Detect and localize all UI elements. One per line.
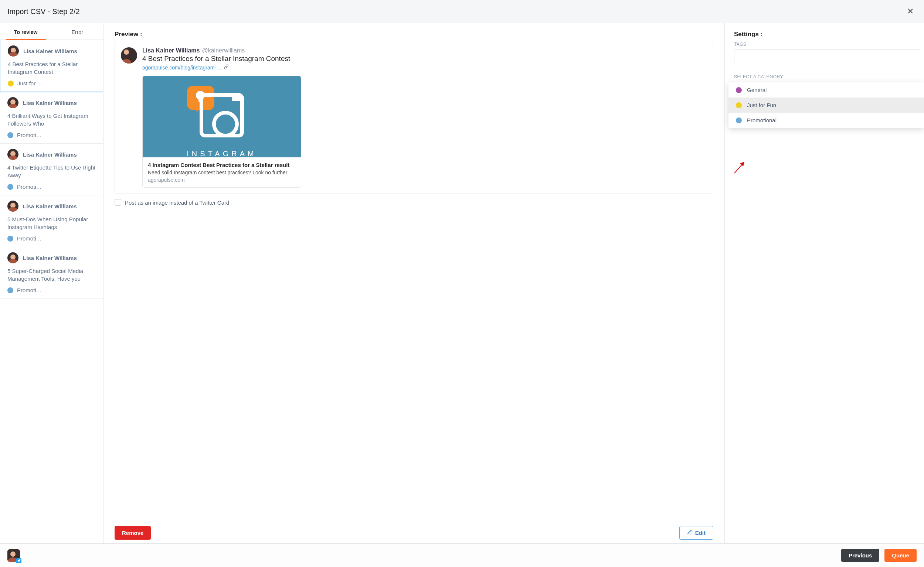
preview-heading: Preview :	[114, 31, 713, 38]
post-category: Promoti…	[17, 132, 42, 138]
tab-to-review[interactable]: To review	[0, 23, 52, 39]
tags-label: TAGS	[734, 42, 924, 47]
modal-title: Import CSV - Step 2/2	[8, 8, 80, 16]
previous-button[interactable]: Previous	[841, 549, 879, 562]
preview-card: Lisa Kalner Williams @kalnerwilliams 4 B…	[114, 42, 713, 194]
preview-actions: Remove Edit	[114, 521, 713, 540]
card-domain: agorapulse.com	[148, 177, 296, 183]
category-dot-icon	[8, 184, 13, 190]
category-dot-icon	[736, 87, 742, 93]
camera-icon	[200, 93, 244, 137]
category-dot-icon	[8, 132, 13, 138]
post-as-image-row[interactable]: Post as an image instead of a Twitter Ca…	[114, 199, 713, 206]
post-item[interactable]: Lisa Kalner Williams5 Super-Charged Soci…	[0, 247, 103, 299]
close-button[interactable]: ✕	[904, 5, 916, 18]
card-description: Need solid Instagram contest best practi…	[148, 170, 296, 176]
post-title: 4 Twitter Etiquette Tips to Use Right Aw…	[8, 164, 96, 179]
post-as-image-label: Post as an image instead of a Twitter Ca…	[125, 200, 229, 206]
category-dot-icon	[8, 287, 13, 293]
left-pane: To review Error Lisa Kalner Williams4 Be…	[0, 23, 104, 543]
twitter-card: INSTAGRAM 4 Instagram Contest Best Pract…	[142, 76, 301, 188]
post-author-name: Lisa Kalner Williams	[23, 255, 77, 261]
post-item[interactable]: Lisa Kalner Williams4 Brilliant Ways to …	[0, 92, 103, 144]
category-dot-icon	[8, 236, 13, 242]
post-category: Promoti…	[17, 287, 42, 293]
avatar	[8, 97, 18, 108]
avatar	[8, 45, 19, 57]
modal-footer: Previous Queue	[0, 543, 924, 567]
category-dot-icon	[8, 81, 14, 86]
category-option-label: Promotional	[747, 117, 777, 123]
select-category-label: SELECT A CATEGORY	[734, 74, 924, 80]
remove-button[interactable]: Remove	[114, 526, 151, 540]
modal-header: Import CSV - Step 2/2 ✕	[0, 0, 924, 23]
edit-button[interactable]: Edit	[679, 526, 713, 540]
category-option[interactable]: General	[729, 82, 924, 98]
category-option-label: Just for Fun	[747, 102, 776, 108]
post-author-name: Lisa Kalner Williams	[23, 203, 77, 210]
post-category: Promoti…	[17, 235, 42, 242]
avatar	[8, 252, 18, 263]
category-dot-icon	[736, 102, 742, 108]
settings-heading: Settings :	[734, 31, 924, 38]
post-category: Promoti…	[17, 184, 42, 190]
post-item[interactable]: Lisa Kalner Williams5 Must-Dos When Usin…	[0, 195, 103, 247]
preview-author-handle: @kalnerwilliams	[202, 47, 245, 54]
category-option[interactable]: Just for Fun	[729, 98, 924, 112]
post-title: 5 Super-Charged Social Media Management …	[8, 267, 96, 283]
post-as-image-checkbox[interactable]	[114, 199, 121, 206]
footer-profile[interactable]	[8, 549, 20, 562]
review-tabs: To review Error	[0, 23, 103, 40]
pencil-icon	[687, 530, 692, 536]
modal-body: To review Error Lisa Kalner Williams4 Be…	[0, 23, 924, 543]
avatar	[8, 149, 18, 160]
preview-text: 4 Best Practices for a Stellar Instagram…	[142, 55, 707, 63]
tab-error[interactable]: Error	[52, 23, 104, 39]
post-item[interactable]: Lisa Kalner Williams4 Twitter Etiquette …	[0, 144, 103, 195]
card-brand-text: INSTAGRAM	[187, 150, 257, 158]
import-csv-modal: Import CSV - Step 2/2 ✕ To review Error …	[0, 0, 924, 567]
post-item[interactable]: Lisa Kalner Williams4 Best Practices for…	[0, 40, 103, 92]
category-option[interactable]: Promotional	[729, 112, 924, 128]
category-option-label: General	[747, 87, 766, 93]
category-dropdown[interactable]: GeneralJust for FunPromotional	[729, 82, 924, 128]
preview-avatar	[121, 47, 137, 63]
post-title: 5 Must-Dos When Using Popular Instagram …	[8, 215, 96, 231]
post-title: 4 Best Practices for a Stellar Instagram…	[8, 60, 96, 76]
queue-button[interactable]: Queue	[885, 549, 916, 562]
svg-line-0	[735, 162, 744, 173]
annotation-arrow-icon	[732, 160, 747, 175]
avatar	[8, 201, 18, 212]
close-icon: ✕	[907, 7, 913, 16]
preview-pane: Preview : Lisa Kalner Williams @kalnerwi…	[104, 23, 724, 543]
twitter-badge-icon	[16, 558, 21, 563]
category-dot-icon	[736, 117, 742, 123]
preview-author-name: Lisa Kalner Williams	[142, 47, 200, 54]
post-title: 4 Brilliant Ways to Get Instagram Follow…	[8, 112, 96, 128]
post-author-name: Lisa Kalner Williams	[23, 152, 77, 158]
tags-input[interactable]	[734, 49, 920, 63]
post-author-name: Lisa Kalner Williams	[23, 48, 77, 54]
card-title: 4 Instagram Contest Best Practices for a…	[148, 162, 296, 168]
settings-pane: Settings : TAGS SELECT A CATEGORY Genera…	[724, 23, 924, 543]
link-icon	[224, 64, 229, 70]
card-image: INSTAGRAM	[143, 76, 301, 158]
preview-link[interactable]: agorapulse.com/blog/instagram-…	[142, 64, 221, 70]
preview-header: Lisa Kalner Williams @kalnerwilliams 4 B…	[121, 47, 707, 188]
preview-scroll[interactable]: Lisa Kalner Williams @kalnerwilliams 4 B…	[114, 42, 713, 521]
post-list[interactable]: Lisa Kalner Williams4 Best Practices for…	[0, 40, 103, 543]
post-author-name: Lisa Kalner Williams	[23, 100, 77, 106]
post-category: Just for …	[17, 80, 42, 86]
